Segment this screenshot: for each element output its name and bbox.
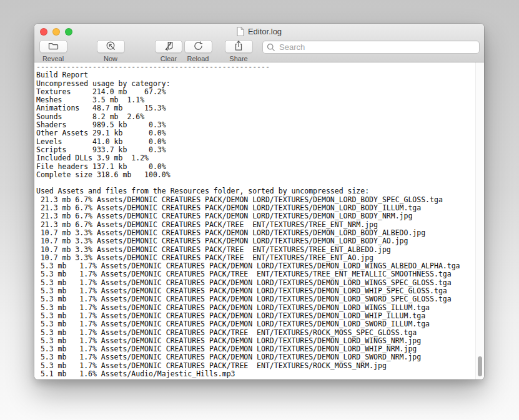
scrollbar-track[interactable]: [475, 62, 484, 379]
share-button[interactable]: [225, 40, 253, 53]
reveal-label: Reveal: [42, 56, 64, 62]
reload-label: Reload: [187, 56, 209, 62]
document-icon: [237, 27, 244, 36]
search-input[interactable]: [278, 42, 475, 52]
reload-button[interactable]: [184, 40, 212, 53]
window-title-area: Editor.log: [34, 24, 484, 39]
toolbar-group-reload: Reload: [179, 40, 217, 62]
window-title: Editor.log: [248, 27, 282, 36]
toolbar-group-reveal: Reveal: [34, 40, 72, 62]
toolbar-group-now: Now: [92, 40, 129, 62]
search-field[interactable]: [262, 41, 480, 54]
now-label: Now: [104, 56, 117, 62]
console-window: Editor.log Reveal: [34, 24, 484, 379]
scrollbar-thumb[interactable]: [478, 356, 482, 376]
reveal-button[interactable]: [39, 40, 67, 53]
log-content-view[interactable]: ----------------------------------------…: [34, 62, 484, 379]
reload-icon: [192, 40, 204, 54]
log-text: ----------------------------------------…: [34, 62, 484, 378]
clear-display-icon: [163, 40, 175, 53]
clear-button[interactable]: [155, 40, 182, 53]
share-icon: [233, 40, 244, 54]
toolbar-group-share: Share: [220, 40, 257, 62]
clear-label: Clear: [161, 56, 177, 62]
share-label: Share: [229, 56, 247, 62]
folder-icon: [47, 41, 60, 53]
jump-to-now-icon: [105, 40, 117, 54]
titlebar[interactable]: Editor.log: [34, 24, 484, 39]
window-chrome: Editor.log Reveal: [34, 24, 484, 62]
toolbar: Reveal Now: [34, 40, 484, 62]
search-icon: [267, 43, 275, 52]
now-button[interactable]: [97, 40, 125, 53]
